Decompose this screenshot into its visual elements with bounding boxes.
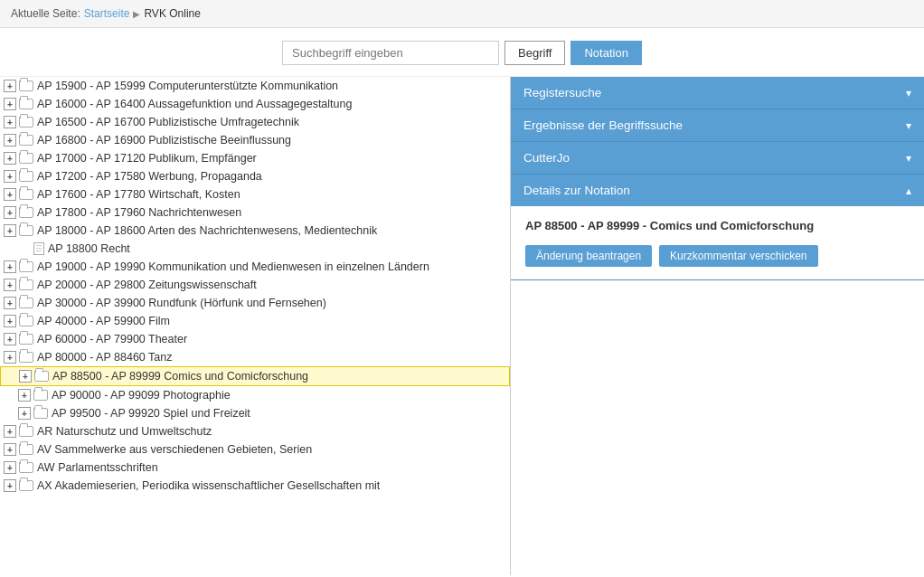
tree-item[interactable]: +AV Sammelwerke aus verschiedenen Gebiet… bbox=[0, 440, 510, 459]
folder-icon bbox=[19, 99, 33, 109]
tree-item[interactable]: +AP 15900 - AP 15999 Computerunterstützt… bbox=[0, 77, 510, 95]
tree-item[interactable]: +AR Naturschutz und Umweltschutz bbox=[0, 422, 510, 440]
expand-icon[interactable]: + bbox=[4, 461, 16, 474]
folder-icon bbox=[19, 426, 33, 437]
comment-button[interactable]: Kurzkommentar verschicken bbox=[659, 245, 817, 267]
tree-item[interactable]: +AP 40000 - AP 59900 Film bbox=[0, 312, 510, 330]
tree-item[interactable]: +AP 90000 - AP 99099 Photographie bbox=[0, 386, 510, 404]
accordion-header-registersuche[interactable]: Registersuche▾ bbox=[511, 77, 924, 109]
tree-panel: +AP 15900 - AP 15999 Computerunterstützt… bbox=[0, 77, 511, 575]
breadcrumb-home-link[interactable]: Startseite bbox=[84, 7, 130, 20]
tree-item[interactable]: +AP 80000 - AP 88460 Tanz bbox=[0, 348, 510, 366]
folder-icon bbox=[33, 408, 48, 419]
notation-button[interactable]: Notation bbox=[570, 41, 641, 65]
tree-item[interactable]: +AP 17200 - AP 17580 Werbung, Propaganda bbox=[0, 167, 510, 185]
tree-item[interactable]: +AP 18000 - AP 18600 Arten des Nachricht… bbox=[0, 222, 510, 240]
folder-icon bbox=[19, 225, 33, 236]
breadcrumb-label: Aktuelle Seite: bbox=[11, 7, 80, 20]
tree-item[interactable]: +AP 19000 - AP 19990 Kommunikation und M… bbox=[0, 258, 510, 276]
search-bar: Begriff Notation bbox=[0, 28, 924, 77]
tree-item-label: AP 17200 - AP 17580 Werbung, Propaganda bbox=[37, 170, 262, 183]
tree-scroll[interactable]: +AP 15900 - AP 15999 Computerunterstützt… bbox=[0, 77, 510, 575]
accordion-container: Registersuche▾Ergebnisse der Begriffssuc… bbox=[511, 77, 924, 280]
accordion-arrow-icon: ▾ bbox=[906, 119, 911, 132]
tree-item[interactable]: +AP 17600 - AP 17780 Wirtschaft, Kosten bbox=[0, 185, 510, 203]
expand-icon[interactable]: + bbox=[4, 315, 16, 327]
accordion-header-details[interactable]: Details zur Notation▴ bbox=[511, 175, 924, 206]
expand-icon[interactable]: + bbox=[4, 188, 16, 201]
tree-item-label: AP 15900 - AP 15999 Computerunterstützte… bbox=[37, 80, 338, 92]
tree-item-label: AP 99500 - AP 99920 Spiel und Freizeit bbox=[52, 407, 250, 420]
folder-icon bbox=[19, 135, 33, 146]
expand-icon[interactable]: + bbox=[4, 333, 16, 345]
folder-icon bbox=[34, 371, 49, 382]
begriff-button[interactable]: Begriff bbox=[504, 41, 565, 65]
tree-item-label: AP 16000 - AP 16400 Aussagefunktion und … bbox=[37, 98, 352, 110]
tree-item-label: AP 20000 - AP 29800 Zeitungswissenschaft bbox=[37, 279, 257, 291]
expand-icon[interactable]: + bbox=[4, 279, 16, 291]
accordion-label: CutterJo bbox=[523, 151, 570, 165]
expand-icon[interactable]: + bbox=[4, 98, 16, 110]
search-input[interactable] bbox=[282, 41, 499, 65]
tree-item[interactable]: AP 18800 Recht bbox=[0, 240, 510, 258]
expand-icon[interactable]: + bbox=[18, 407, 31, 420]
expand-icon[interactable]: + bbox=[4, 206, 16, 219]
expand-icon[interactable]: + bbox=[19, 370, 32, 383]
tree-item[interactable]: +AP 16800 - AP 16900 Publizistische Beei… bbox=[0, 131, 510, 149]
tree-item[interactable]: +AP 30000 - AP 39900 Rundfunk (Hörfunk u… bbox=[0, 294, 510, 312]
accordion-label: Details zur Notation bbox=[523, 184, 630, 197]
folder-icon bbox=[19, 279, 33, 290]
folder-icon bbox=[19, 153, 33, 164]
expand-icon[interactable]: + bbox=[18, 389, 31, 402]
accordion-arrow-icon: ▴ bbox=[906, 184, 911, 197]
breadcrumb-separator: ▶ bbox=[133, 9, 140, 19]
expand-icon[interactable]: + bbox=[4, 443, 16, 456]
expand-icon[interactable]: + bbox=[4, 260, 16, 273]
change-request-button[interactable]: Änderung beantragen bbox=[525, 245, 652, 267]
expand-icon[interactable]: + bbox=[4, 479, 16, 492]
expand-icon[interactable]: + bbox=[4, 116, 16, 128]
expand-icon[interactable]: + bbox=[4, 134, 16, 147]
tree-item-label: AW Parlamentsschriften bbox=[37, 461, 158, 474]
expand-icon[interactable]: + bbox=[4, 170, 16, 183]
folder-icon bbox=[19, 261, 33, 272]
folder-icon bbox=[19, 316, 33, 326]
tree-item[interactable]: +AP 99500 - AP 99920 Spiel und Freizeit bbox=[0, 404, 510, 422]
expand-icon[interactable]: + bbox=[4, 152, 16, 165]
accordion-arrow-icon: ▾ bbox=[906, 87, 911, 99]
tree-item[interactable]: +AX Akademieserien, Periodika wissenscha… bbox=[0, 477, 510, 495]
action-buttons: Änderung beantragenKurzkommentar verschi… bbox=[525, 245, 910, 267]
main-layout: +AP 15900 - AP 15999 Computerunterstützt… bbox=[0, 77, 924, 575]
expand-icon[interactable]: + bbox=[4, 224, 16, 237]
folder-icon bbox=[19, 444, 33, 455]
tree-item-label: AP 18000 - AP 18600 Arten des Nachrichte… bbox=[37, 224, 377, 237]
folder-icon bbox=[19, 462, 33, 473]
expand-icon[interactable]: + bbox=[4, 351, 16, 364]
expand-icon[interactable]: + bbox=[4, 297, 16, 309]
tree-item[interactable]: +AP 60000 - AP 79900 Theater bbox=[0, 330, 510, 348]
expand-icon[interactable]: + bbox=[4, 80, 16, 92]
tree-item[interactable]: +AP 16000 - AP 16400 Aussagefunktion und… bbox=[0, 95, 510, 113]
tree-item-label: AX Akademieserien, Periodika wissenschaf… bbox=[37, 479, 380, 492]
accordion-label: Registersuche bbox=[523, 86, 601, 99]
expand-icon[interactable]: + bbox=[4, 425, 16, 438]
tree-item-label: AP 30000 - AP 39900 Rundfunk (Hörfunk un… bbox=[37, 297, 326, 309]
folder-icon bbox=[33, 390, 48, 401]
tree-item-label: AP 16500 - AP 16700 Publizistische Umfra… bbox=[37, 116, 299, 128]
notation-title: AP 88500 - AP 89999 - Comics und Comicfo… bbox=[525, 219, 910, 232]
tree-item-label: AP 17000 - AP 17120 Publikum, Empfänger bbox=[37, 152, 257, 165]
tree-item[interactable]: +AW Parlamentsschriften bbox=[0, 459, 510, 477]
tree-item[interactable]: +AP 17800 - AP 17960 Nachrichtenwesen bbox=[0, 203, 510, 222]
tree-item-label: AP 60000 - AP 79900 Theater bbox=[37, 333, 187, 345]
accordion-header-begriffssuche[interactable]: Ergebnisse der Begriffssuche▾ bbox=[511, 109, 924, 141]
tree-item[interactable]: +AP 17000 - AP 17120 Publikum, Empfänger bbox=[0, 149, 510, 167]
tree-item[interactable]: +AP 16500 - AP 16700 Publizistische Umfr… bbox=[0, 113, 510, 131]
tree-item-label: AP 18800 Recht bbox=[48, 242, 130, 255]
tree-item[interactable]: +AP 88500 - AP 89999 Comics und Comicfor… bbox=[0, 366, 510, 386]
accordion-header-cutterjo[interactable]: CutterJo▾ bbox=[511, 142, 924, 174]
accordion-label: Ergebnisse der Begriffssuche bbox=[523, 118, 683, 132]
doc-icon bbox=[33, 242, 44, 255]
tree-item[interactable]: +AP 20000 - AP 29800 Zeitungswissenschaf… bbox=[0, 276, 510, 294]
notation-detail: AP 88500 - AP 89999 - Comics und Comicfo… bbox=[511, 206, 924, 279]
accordion-arrow-icon: ▾ bbox=[906, 152, 911, 165]
